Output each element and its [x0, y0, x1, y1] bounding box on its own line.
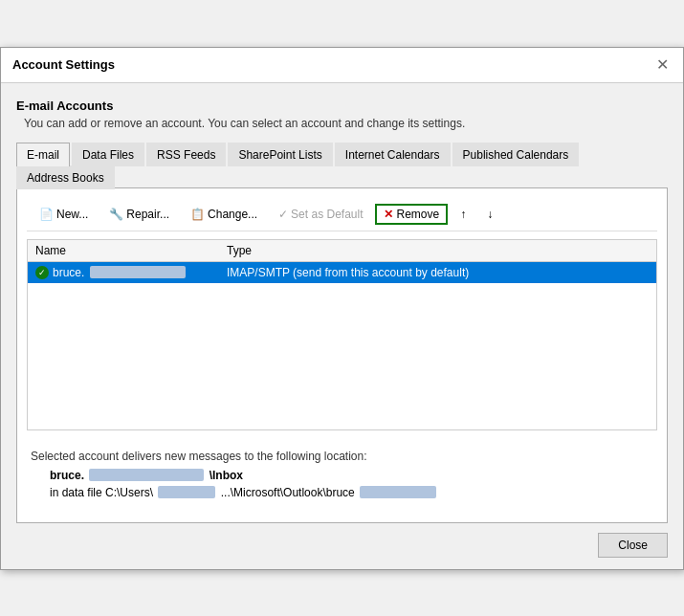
set-default-label: Set as Default: [291, 208, 363, 221]
delivery-path-blurred2: [360, 486, 436, 498]
tab-address-books[interactable]: Address Books: [16, 165, 115, 189]
new-button[interactable]: 📄 New...: [31, 204, 97, 225]
set-default-icon: ✓: [278, 208, 288, 221]
delivery-description: Selected account delivers new messages t…: [31, 450, 653, 463]
delivery-account-name: bruce.: [50, 469, 84, 482]
delivery-path-static: ...\Microsoft\Outlook\bruce: [221, 486, 355, 499]
tab-rss-feeds[interactable]: RSS Feeds: [146, 143, 226, 166]
change-icon: 📋: [190, 208, 205, 221]
account-name-blurred: [90, 266, 186, 278]
window-close-button[interactable]: ✕: [652, 55, 672, 75]
account-type-cell: IMAP/SMTP (send from this account by def…: [227, 266, 649, 279]
section-description: You can add or remove an account. You ca…: [16, 117, 668, 130]
delivery-data-file-label: in data file C:\Users\: [50, 486, 153, 499]
accounts-list: Name Type ✓ bruce. IMAP/SMTP (send from …: [27, 239, 657, 430]
tab-internet-calendars[interactable]: Internet Calendars: [335, 143, 451, 166]
accounts-column-header: Name Type: [28, 240, 656, 262]
tab-email[interactable]: E-mail: [16, 143, 70, 166]
tabs-container: E-mail Data Files RSS Feeds SharePoint L…: [16, 142, 668, 523]
col-header-type: Type: [219, 240, 656, 261]
col-header-name: Name: [28, 240, 219, 261]
new-icon: 📄: [39, 208, 54, 221]
accounts-toolbar: 📄 New... 🔧 Repair... 📋 Change... ✓ Set a…: [27, 198, 657, 231]
account-row[interactable]: ✓ bruce. IMAP/SMTP (send from this accou…: [28, 262, 656, 283]
delivery-path-file: in data file C:\Users\ ...\Microsoft\Out…: [31, 486, 653, 499]
account-settings-window: Account Settings ✕ E-mail Accounts You c…: [0, 47, 684, 570]
delivery-path-blurred1: [158, 486, 215, 498]
down-arrow-icon: ↓: [487, 208, 493, 221]
remove-button-label: Remove: [396, 208, 439, 221]
repair-icon: 🔧: [109, 208, 123, 221]
move-up-button[interactable]: ↑: [452, 204, 474, 225]
delivery-info: Selected account delivers new messages t…: [27, 440, 657, 513]
tab-sharepoint-lists[interactable]: SharePoint Lists: [228, 143, 332, 166]
change-button[interactable]: 📋 Change...: [182, 204, 266, 225]
delivery-account-blurred: [89, 469, 204, 481]
tab-published-calendars[interactable]: Published Calendars: [452, 143, 580, 166]
repair-button[interactable]: 🔧 Repair...: [100, 204, 178, 225]
main-content: E-mail Accounts You can add or remove an…: [1, 83, 683, 523]
title-bar: Account Settings ✕: [1, 48, 683, 83]
remove-button[interactable]: ✕ Remove: [375, 204, 448, 225]
repair-button-label: Repair...: [126, 208, 169, 221]
window-title: Account Settings: [12, 57, 115, 72]
delivery-inbox-label: \Inbox: [210, 469, 243, 482]
account-name-cell: ✓ bruce.: [35, 266, 227, 279]
tab-bar: E-mail Data Files RSS Feeds SharePoint L…: [16, 142, 668, 188]
section-title: E-mail Accounts: [16, 99, 668, 113]
change-button-label: Change...: [208, 208, 257, 221]
set-default-button[interactable]: ✓ Set as Default: [270, 204, 371, 225]
email-tab-content: 📄 New... 🔧 Repair... 📋 Change... ✓ Set a…: [16, 188, 668, 523]
bottom-bar: Close: [1, 523, 683, 569]
remove-icon: ✕: [384, 208, 393, 221]
delivery-path-inbox: bruce. \Inbox: [31, 469, 653, 482]
move-down-button[interactable]: ↓: [478, 204, 501, 225]
up-arrow-icon: ↑: [460, 208, 466, 221]
new-button-label: New...: [56, 208, 88, 221]
account-name: bruce.: [53, 266, 84, 279]
close-dialog-button[interactable]: Close: [598, 533, 668, 558]
tab-data-files[interactable]: Data Files: [72, 143, 144, 166]
account-status-icon: ✓: [35, 266, 49, 279]
